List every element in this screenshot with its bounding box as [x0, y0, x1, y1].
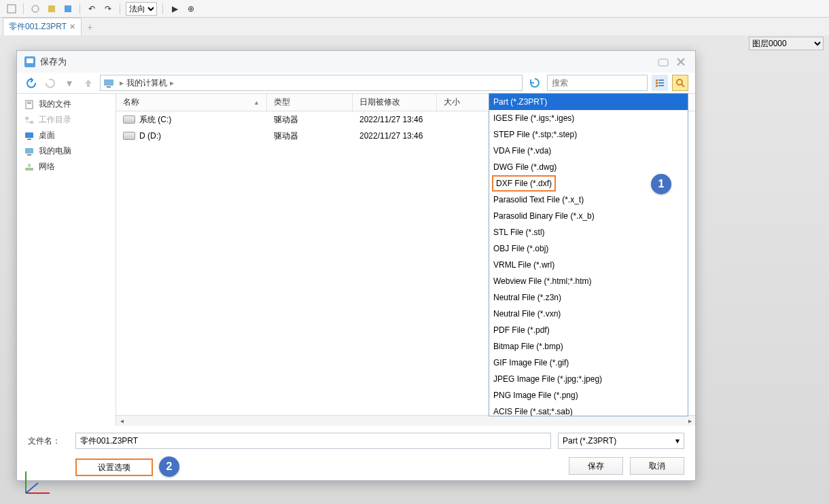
file-type-option[interactable]: JPEG Image File (*.jpg;*.jpeg)	[489, 371, 688, 387]
toolbar-icon[interactable]: ↶	[86, 3, 98, 15]
svg-rect-3	[65, 5, 71, 12]
svg-rect-8	[107, 86, 111, 88]
sidebar-item-label: 网络	[39, 161, 55, 173]
dialog-close-icon[interactable]	[673, 54, 688, 69]
dialog-icon	[24, 56, 36, 68]
folder-tree-icon	[24, 115, 35, 126]
refresh-icon[interactable]	[527, 75, 543, 91]
svg-point-1	[32, 5, 39, 12]
toolbar-icon[interactable]: ⊕	[185, 3, 197, 15]
file-type-option[interactable]: PNG Image File (*.png)	[489, 387, 688, 403]
file-type-dropdown-popup[interactable]: Part (*.Z3PRT)IGES File (*.igs;*.iges)ST…	[489, 93, 688, 416]
sidebar-item-label: 我的文件	[39, 98, 71, 110]
toolbar-icon[interactable]	[29, 3, 41, 15]
svg-rect-19	[25, 117, 29, 120]
file-type-option[interactable]: DXF File (*.dxf)	[492, 175, 556, 192]
file-type-option[interactable]: Neutral File (*.z3n)	[489, 289, 688, 306]
file-type-option[interactable]: PDF File (*.pdf)	[489, 322, 688, 338]
nav-up-icon[interactable]	[81, 75, 96, 90]
layer-combo[interactable]: 图层0000	[749, 37, 824, 50]
dialog-body: 我的文件 工作目录 桌面 我的电脑 网络 名称▲ 类型	[17, 93, 695, 426]
file-type-option[interactable]: Part (*.Z3PRT)	[489, 94, 688, 110]
svg-rect-22	[27, 139, 31, 140]
svg-rect-2	[48, 5, 55, 12]
svg-rect-17	[27, 102, 31, 103]
save-as-dialog: 保存为 ▾ ▸ 我的计算机 ▸ 我的文件 工作目录	[16, 50, 696, 481]
file-type-option[interactable]: Parasolid Binary File (*.x_b)	[489, 208, 688, 224]
file-type-option[interactable]: Webview File (*.html;*.htm)	[489, 273, 688, 289]
separator	[23, 3, 24, 14]
sidebar-item-label: 我的电脑	[39, 145, 71, 157]
drive-icon	[123, 132, 135, 140]
computer-icon	[103, 77, 114, 88]
callout-badge-2: 2	[159, 456, 179, 477]
set-options-button[interactable]: 设置选项	[75, 458, 153, 476]
filename-label: 文件名：	[28, 435, 69, 447]
file-type-option[interactable]: STL File (*.stl)	[489, 224, 688, 240]
filename-input[interactable]	[75, 433, 551, 449]
app-top-toolbar: ↶ ↷ 法向 ▶ ⊕	[0, 0, 829, 18]
file-type-option[interactable]: Parasolid Text File (*.x_t)	[489, 192, 688, 208]
nav-forward-icon[interactable]	[43, 75, 58, 90]
horizontal-scrollbar[interactable]: ◂ ▸	[116, 415, 695, 426]
sidebar-item-my-docs[interactable]: 我的文件	[17, 96, 116, 112]
file-type-option[interactable]: OBJ File (*.obj)	[489, 240, 688, 257]
dialog-help-icon[interactable]	[656, 54, 671, 69]
search-input[interactable]	[547, 75, 648, 91]
sidebar-item-label: 桌面	[39, 130, 55, 141]
svg-rect-10	[656, 82, 658, 84]
file-type-option[interactable]: Neutral File (*.vxn)	[489, 306, 688, 322]
axis-gizmo	[19, 466, 53, 500]
view-search-icon[interactable]	[672, 75, 688, 91]
svg-point-15	[677, 79, 682, 85]
toolbar-icon[interactable]	[62, 3, 74, 15]
sidebar-item-network[interactable]: 网络	[17, 159, 116, 175]
cancel-button[interactable]: 取消	[630, 457, 684, 475]
svg-rect-26	[28, 164, 31, 167]
svg-rect-9	[656, 79, 658, 82]
scroll-left-icon[interactable]: ◂	[116, 416, 127, 426]
file-type-option[interactable]: STEP File (*.stp;*.step)	[489, 126, 688, 143]
toolbar-icon[interactable]: ↷	[102, 3, 114, 15]
breadcrumb-bar[interactable]: ▸ 我的计算机 ▸	[100, 75, 523, 91]
nav-dropdown-icon[interactable]: ▾	[62, 75, 77, 90]
document-icon	[24, 99, 35, 110]
sidebar-item-mypc[interactable]: 我的电脑	[17, 143, 116, 159]
document-tab[interactable]: 零件001.Z3PRT ✕	[3, 18, 82, 35]
file-type-option[interactable]: Bitmap File (*.bmp)	[489, 338, 688, 355]
drive-icon	[123, 115, 135, 124]
sidebar-item-workdir[interactable]: 工作目录	[17, 112, 116, 128]
column-header-type[interactable]: 类型	[267, 94, 353, 111]
normal-direction-combo[interactable]: 法向	[126, 2, 157, 16]
view-list-icon[interactable]	[652, 75, 668, 91]
sidebar-item-desktop[interactable]: 桌面	[17, 128, 116, 143]
scroll-right-icon[interactable]: ▸	[684, 416, 695, 426]
file-type-option[interactable]: DWG File (*.dwg)	[489, 159, 688, 175]
dialog-titlebar: 保存为	[17, 51, 695, 73]
save-button[interactable]: 保存	[569, 457, 623, 475]
toolbar-icon[interactable]	[46, 3, 58, 15]
nav-back-icon[interactable]	[24, 75, 39, 90]
file-type-combo[interactable]: Part (*.Z3PRT) ▾	[558, 433, 684, 449]
sidebar-item-label: 工作目录	[39, 114, 71, 126]
separator	[120, 3, 120, 14]
svg-rect-0	[7, 5, 16, 13]
callout-badge-1: 1	[651, 174, 671, 194]
secondary-toolbar: 图层0000	[0, 35, 829, 52]
tab-close-icon[interactable]: ✕	[69, 22, 75, 31]
svg-rect-23	[25, 148, 33, 154]
column-header-date[interactable]: 日期被修改	[353, 94, 437, 111]
file-type-option[interactable]: VDA File (*.vda)	[489, 143, 688, 159]
toolbar-icon[interactable]: ▶	[169, 3, 181, 15]
breadcrumb-item[interactable]: 我的计算机	[126, 77, 167, 89]
toolbar-icon[interactable]	[5, 3, 18, 15]
computer-icon	[24, 146, 35, 157]
file-type-option[interactable]: IGES File (*.igs;*.iges)	[489, 110, 688, 126]
svg-rect-11	[656, 85, 658, 87]
column-header-name[interactable]: 名称▲	[116, 94, 267, 111]
tab-add-button[interactable]: +	[82, 19, 98, 35]
file-type-option[interactable]: ACIS File (*.sat;*.sab)	[489, 403, 688, 416]
file-type-option[interactable]: VRML File (*.wrl)	[489, 257, 688, 273]
file-type-option[interactable]: GIF Image File (*.gif)	[489, 355, 688, 371]
places-sidebar: 我的文件 工作目录 桌面 我的电脑 网络	[17, 94, 116, 426]
